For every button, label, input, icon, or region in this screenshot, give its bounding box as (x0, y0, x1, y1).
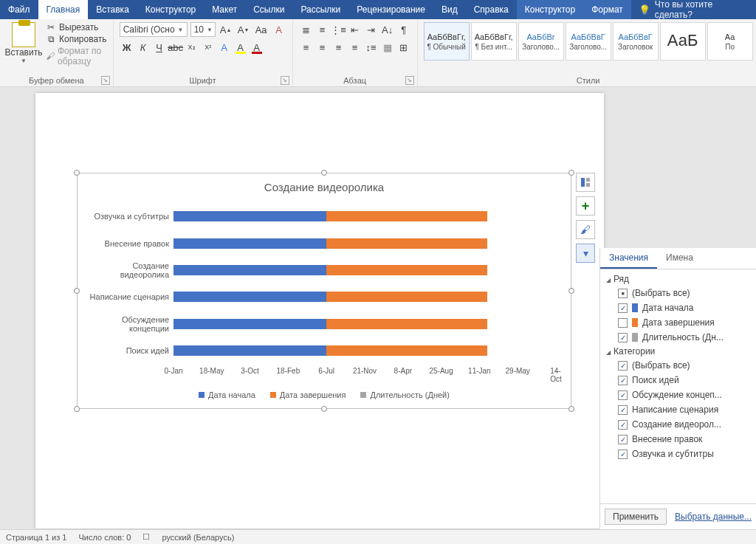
bullets-button[interactable]: ≣ (299, 22, 314, 37)
tab-layout[interactable]: Макет (204, 0, 245, 19)
bold-button[interactable]: Ж (120, 40, 134, 55)
chart-bar[interactable] (173, 238, 487, 249)
clipboard-dialog-launcher[interactable]: ↘ (101, 76, 110, 85)
style-box-1[interactable]: АаБбВвГг,¶ Без инт... (471, 22, 517, 61)
chart-bar[interactable] (173, 211, 487, 221)
filter-item[interactable]: Длительность (Дн... (602, 330, 755, 345)
checkbox[interactable] (618, 318, 628, 328)
filter-item[interactable]: (Выбрать все) (602, 358, 755, 373)
strikethrough-button[interactable]: abc (168, 40, 183, 55)
sort-button[interactable]: A↓ (380, 22, 395, 37)
filter-section[interactable]: Ряд (602, 272, 755, 286)
clear-formatting-button[interactable]: A (272, 22, 286, 37)
checkbox[interactable] (618, 361, 628, 371)
tell-me-search[interactable]: 💡 Что вы хотите сделать? (631, 0, 756, 19)
cut-button[interactable]: ✂Вырезать (46, 22, 107, 32)
checkbox[interactable] (618, 390, 628, 400)
checkbox[interactable] (618, 333, 628, 342)
numbering-button[interactable]: ≡ (315, 22, 330, 37)
chart-bar[interactable] (173, 265, 487, 275)
tab-insert[interactable]: Вставка (88, 0, 137, 19)
filter-item[interactable]: Дата завершения (602, 315, 755, 330)
checkbox[interactable] (618, 435, 628, 444)
checkbox[interactable] (618, 303, 628, 313)
superscript-button[interactable]: X² (201, 40, 216, 55)
checkbox[interactable] (618, 289, 628, 298)
text-effects-button[interactable]: A (217, 40, 232, 55)
tab-view[interactable]: Вид (433, 0, 466, 19)
resize-handle-l[interactable] (74, 288, 80, 294)
tab-chart-format[interactable]: Формат (583, 0, 631, 19)
resize-handle-b[interactable] (321, 406, 327, 412)
filter-item[interactable]: Озвучка и субтитры (602, 447, 755, 461)
style-box-2[interactable]: АаБбВгЗаголово... (518, 22, 564, 61)
format-painter-button[interactable]: 🖌Формат по образцу (46, 46, 107, 66)
font-dialog-launcher[interactable]: ↘ (281, 76, 289, 85)
chart-plot-area[interactable]: Озвучка и субтитрыВнесение правокСоздани… (173, 203, 556, 364)
align-center-button[interactable]: ≡ (315, 40, 330, 55)
show-marks-button[interactable]: ¶ (396, 22, 411, 37)
checkbox[interactable] (618, 450, 628, 459)
tab-help[interactable]: Справка (466, 0, 517, 19)
filter-item[interactable]: Поиск идей (602, 373, 755, 388)
status-word-count[interactable]: Число слов: 0 (78, 533, 131, 542)
font-name-combo[interactable]: Calibri (Осно▼ (120, 22, 188, 37)
filter-tab-names[interactable]: Имена (657, 248, 702, 269)
resize-handle-bl[interactable] (74, 406, 80, 412)
filter-item[interactable]: Обсуждение концеп... (602, 388, 755, 402)
legend-item[interactable]: Дата завершения (270, 390, 346, 399)
checkbox[interactable] (618, 420, 628, 430)
status-page[interactable]: Страница 1 из 1 (6, 533, 66, 542)
grow-font-button[interactable]: A▲ (219, 22, 233, 37)
paragraph-dialog-launcher[interactable]: ↘ (405, 76, 414, 85)
align-right-button[interactable]: ≡ (331, 40, 346, 55)
filter-item[interactable]: (Выбрать все) (602, 286, 755, 300)
paste-button[interactable]: Вставить ▼ (6, 22, 41, 66)
style-box-0[interactable]: АаБбВвГг,¶ Обычный (424, 22, 470, 61)
tab-review[interactable]: Рецензирование (348, 0, 433, 19)
status-language[interactable]: русский (Беларусь) (162, 533, 234, 542)
font-size-combo[interactable]: 10▼ (190, 22, 216, 37)
chart-filters-button[interactable]: ▾ (576, 244, 595, 263)
multilevel-list-button[interactable]: ⋮≡ (331, 22, 346, 37)
change-case-button[interactable]: Aa (254, 22, 269, 37)
filter-section[interactable]: Категории (602, 345, 755, 358)
chart-legend[interactable]: Дата началаДата завершенияДлительность (… (78, 390, 571, 399)
resize-handle-br[interactable] (568, 406, 574, 412)
chart-bar[interactable] (173, 319, 487, 329)
legend-item[interactable]: Дата начала (199, 390, 255, 399)
style-box-4[interactable]: АаБбВвГЗаголовок (613, 22, 659, 61)
subscript-button[interactable]: X₂ (185, 40, 199, 55)
align-left-button[interactable]: ≡ (299, 40, 314, 55)
tab-file[interactable]: Файл (0, 0, 38, 19)
checkbox[interactable] (618, 376, 628, 385)
shrink-font-button[interactable]: A▼ (236, 22, 251, 37)
underline-button[interactable]: Ч (152, 40, 167, 55)
tab-references[interactable]: Ссылки (245, 0, 292, 19)
italic-button[interactable]: К (136, 40, 151, 55)
shading-button[interactable]: ▦ (380, 40, 395, 55)
highlight-button[interactable]: A (233, 40, 248, 55)
filter-item[interactable]: Создание видеорол... (602, 417, 755, 432)
tab-mailings[interactable]: Рассылки (292, 0, 348, 19)
filter-item[interactable]: Внесение правок (602, 432, 755, 447)
filter-apply-button[interactable]: Применить (605, 509, 667, 525)
style-box-5[interactable]: АаБ (660, 22, 706, 61)
resize-handle-r[interactable] (568, 288, 574, 294)
chart-styles-button[interactable]: 🖌 (576, 220, 595, 239)
resize-handle-tl[interactable] (74, 170, 80, 176)
spellcheck-icon[interactable]: ☐ (142, 532, 150, 542)
line-spacing-button[interactable]: ↕≡ (364, 40, 379, 55)
chart-elements-button[interactable]: + (576, 196, 595, 216)
resize-handle-tr[interactable] (568, 170, 574, 176)
style-box-6[interactable]: АаПо (707, 22, 753, 61)
select-data-link[interactable]: Выбрать данные... (675, 512, 752, 522)
increase-indent-button[interactable]: ⇥ (364, 22, 379, 37)
chart-title[interactable]: Создание видеоролика (78, 181, 571, 193)
borders-button[interactable]: ⊞ (396, 40, 411, 55)
style-box-3[interactable]: АаБбВвГЗаголово... (566, 22, 611, 61)
legend-item[interactable]: Длительность (Дней) (360, 390, 449, 399)
tab-chart-design[interactable]: Конструктор (517, 0, 583, 19)
tab-design[interactable]: Конструктор (137, 0, 204, 19)
filter-item[interactable]: Написание сценария (602, 402, 755, 417)
